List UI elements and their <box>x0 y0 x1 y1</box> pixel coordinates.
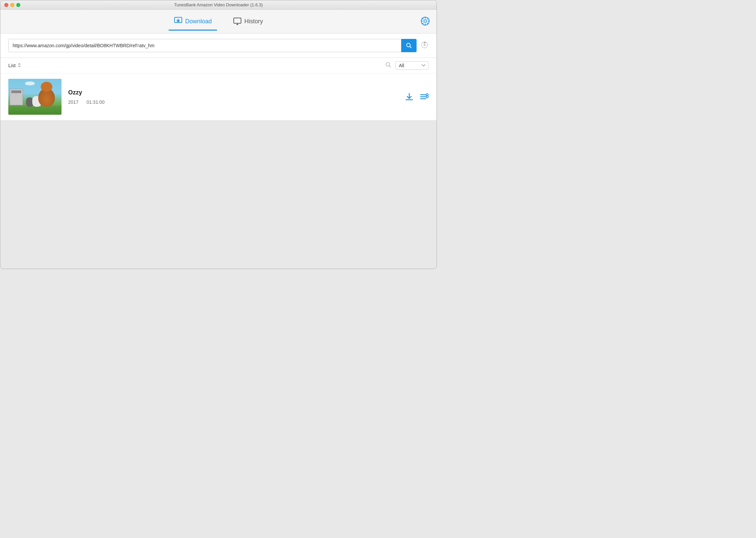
video-title: Ozzy <box>68 89 398 96</box>
traffic-lights <box>4 3 20 7</box>
sort-icon <box>17 63 22 68</box>
thumbnail-scene <box>8 79 62 115</box>
svg-point-30 <box>426 94 428 96</box>
minimize-button[interactable] <box>10 3 14 7</box>
video-item: Ozzy 2017 01:31:00 <box>0 73 437 120</box>
svg-point-8 <box>424 20 427 22</box>
thumbnail-dog-head <box>41 82 53 92</box>
svg-line-13 <box>423 18 424 19</box>
close-button[interactable] <box>4 3 8 7</box>
list-search-button[interactable] <box>385 62 391 69</box>
thumbnail-building <box>10 89 23 105</box>
video-duration: 01:31:00 <box>86 99 105 105</box>
svg-line-14 <box>427 23 428 24</box>
search-button[interactable] <box>401 39 417 52</box>
video-info: Ozzy 2017 01:31:00 <box>68 89 398 105</box>
video-meta: 2017 01:31:00 <box>68 99 398 105</box>
search-bar <box>0 34 437 58</box>
thumbnail-grass <box>8 105 62 115</box>
tab-history[interactable]: History <box>228 14 268 29</box>
tab-history-label: History <box>244 18 263 25</box>
search-input-wrap <box>8 39 417 52</box>
video-actions <box>405 92 429 101</box>
toolbar: Download History <box>0 10 437 34</box>
list-toolbar: List All Movie TV Show <box>0 58 437 73</box>
search-input[interactable] <box>8 39 401 52</box>
window-title: TunesBank Amazon Video Downloader (1.6.3… <box>174 2 263 7</box>
svg-line-18 <box>410 47 411 48</box>
content-area: Ozzy 2017 01:31:00 <box>0 73 437 120</box>
title-bar: TunesBank Amazon Video Downloader (1.6.3… <box>0 0 437 10</box>
svg-line-23 <box>389 66 391 67</box>
filter-select[interactable]: All Movie TV Show <box>395 61 429 70</box>
video-download-button[interactable] <box>405 92 414 101</box>
history-tab-icon <box>233 17 242 27</box>
settings-button[interactable] <box>421 16 430 27</box>
svg-line-16 <box>423 23 424 24</box>
download-tab-icon <box>174 17 183 27</box>
video-thumbnail <box>8 79 62 115</box>
refresh-button[interactable] <box>421 41 429 51</box>
tab-download[interactable]: Download <box>169 14 217 29</box>
list-label[interactable]: List <box>8 63 22 68</box>
maximize-button[interactable] <box>16 3 20 7</box>
svg-line-15 <box>427 18 428 19</box>
video-year: 2017 <box>68 99 78 105</box>
thumbnail-cloud <box>25 81 35 85</box>
list-toolbar-right: All Movie TV Show <box>385 61 429 70</box>
thumbnail-dog <box>38 88 55 107</box>
svg-rect-4 <box>234 18 241 23</box>
tab-underline <box>169 30 217 31</box>
tab-group: Download History <box>169 14 268 29</box>
svg-point-20 <box>424 44 425 46</box>
tab-download-label: Download <box>185 18 212 25</box>
video-settings-button[interactable] <box>419 92 429 101</box>
list-label-text: List <box>8 63 16 68</box>
